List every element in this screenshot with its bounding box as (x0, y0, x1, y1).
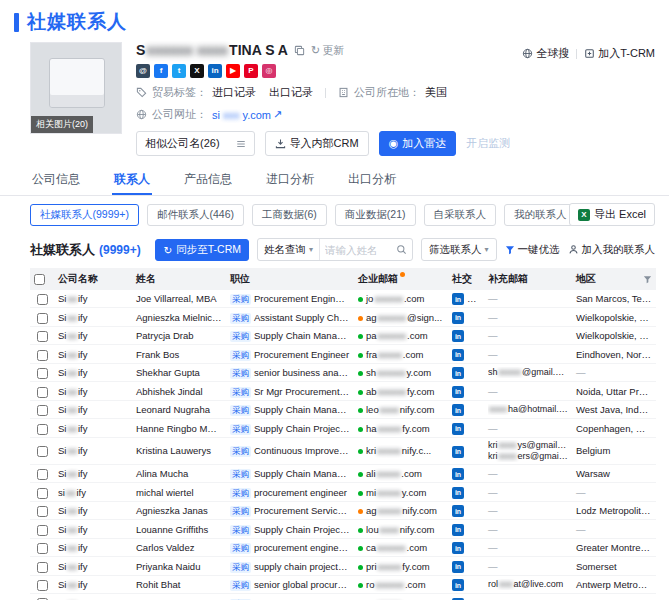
cell-checkbox (30, 290, 54, 308)
linkedin-icon[interactable]: in (452, 542, 464, 554)
cell-company: Sixxify (54, 345, 132, 363)
pill-email-contacts[interactable]: 邮件联系人(446) (147, 204, 244, 226)
x-icon[interactable]: X (190, 64, 204, 78)
filter-icon[interactable] (643, 275, 652, 284)
email-status-dot (358, 449, 363, 454)
tab-products[interactable]: 产品信息 (182, 165, 234, 195)
start-monitor-button[interactable]: 开启监测 (466, 136, 510, 151)
name-query-dropdown[interactable]: 姓名查询▾ (258, 239, 320, 260)
similar-companies-button[interactable]: 相似公司名(26) (136, 131, 255, 156)
cell-social: in (448, 575, 484, 593)
cell-title: 采购procurement engineer (226, 483, 354, 501)
pill-self-collected[interactable]: 自采联系人 (424, 204, 497, 226)
tab-import-analysis[interactable]: 进口分析 (264, 165, 316, 195)
row-checkbox[interactable] (37, 469, 48, 480)
youtube-icon[interactable]: ▶ (226, 64, 240, 78)
filter-contacts-dropdown[interactable]: 筛选联系人▾ (421, 238, 497, 261)
join-radar-button[interactable]: ◉ 加入雷达 (379, 131, 457, 156)
excel-icon: X (578, 209, 590, 221)
sync-tcrm-button[interactable]: ↻ 同步至T-CRM (155, 239, 249, 261)
linkedin-icon[interactable]: in (452, 349, 464, 361)
select-all-checkbox[interactable] (34, 274, 45, 285)
list-icon (236, 139, 246, 149)
twitter-icon[interactable]: t (172, 64, 186, 78)
tab-contacts[interactable]: 联系人 (112, 165, 152, 195)
row-checkbox[interactable] (37, 405, 48, 416)
copy-icon[interactable] (294, 45, 305, 56)
instagram-icon[interactable]: ◎ (262, 64, 276, 78)
cell-checkbox (30, 345, 54, 363)
linkedin-icon[interactable]: in (452, 330, 464, 342)
linkedin-icon[interactable]: in (452, 386, 464, 398)
email-icon[interactable]: @ (136, 64, 150, 78)
pill-social-contacts[interactable]: 社媒联系人(9999+) (30, 204, 139, 226)
cell-company: Sixxify (54, 594, 132, 600)
cell-email: paxxxxxx.com (354, 326, 448, 344)
one-click-select-button[interactable]: 一键优选 (505, 243, 560, 257)
purchase-tag: 采购 (230, 313, 251, 324)
tab-company-info[interactable]: 公司信息 (30, 165, 82, 195)
import-records-link[interactable]: 进口记录 (212, 85, 256, 100)
row-checkbox[interactable] (37, 424, 48, 435)
company-photo[interactable]: 相关图片(20) (30, 42, 122, 134)
global-search-button[interactable]: 全球搜 (522, 46, 569, 61)
refresh-button[interactable]: ↻更新 (311, 43, 344, 58)
contact-row: SixxifyCarlos Valdez采购procurement engine… (30, 538, 656, 556)
chevron-down-icon: ▾ (309, 245, 313, 254)
linkedin-icon[interactable]: in (452, 524, 464, 536)
company-website-link[interactable]: sixxxy.com↗ (212, 108, 282, 121)
cell-title: 采购Supply Chain Project Manager (226, 520, 354, 538)
row-checkbox[interactable] (37, 387, 48, 398)
row-checkbox[interactable] (37, 294, 48, 305)
linkedin-icon[interactable]: in (208, 64, 222, 78)
row-checkbox[interactable] (37, 313, 48, 324)
facebook-icon[interactable]: f (154, 64, 168, 78)
tab-export-analysis[interactable]: 出口分析 (346, 165, 398, 195)
linkedin-icon[interactable]: in (452, 423, 464, 435)
row-checkbox[interactable] (37, 543, 48, 554)
linkedin-icon[interactable]: in (452, 446, 464, 458)
import-crm-button[interactable]: 导入内部CRM (265, 131, 369, 156)
row-checkbox[interactable] (37, 562, 48, 573)
linkedin-icon[interactable]: in (452, 487, 464, 499)
linkedin-icon[interactable]: in (452, 367, 464, 379)
join-tcrm-button[interactable]: 加入T-CRM (584, 46, 655, 61)
linkedin-icon[interactable]: in (452, 468, 464, 480)
linkedin-icon[interactable]: in (452, 312, 464, 324)
linkedin-icon[interactable]: in (452, 561, 464, 573)
cell-extra-email: — (484, 382, 572, 400)
pill-registry-data[interactable]: 工商数据(6) (252, 204, 327, 226)
pinterest-icon[interactable]: P (244, 64, 258, 78)
cell-checkbox (30, 419, 54, 437)
website-label: 公司网址： (152, 107, 207, 122)
cell-title: 采购Procurement Engineer (226, 345, 354, 363)
export-records-link[interactable]: 出口记录 (269, 85, 313, 100)
name-search-input[interactable] (320, 244, 396, 256)
linkedin-icon[interactable]: in (452, 404, 464, 416)
cell-company: Sixxify (54, 308, 132, 326)
linkedin-icon[interactable]: in (452, 505, 464, 517)
search-icon[interactable] (396, 244, 407, 255)
add-my-contacts-button[interactable]: 加入我的联系人 (568, 243, 656, 257)
row-checkbox[interactable] (37, 368, 48, 379)
row-checkbox[interactable] (37, 580, 48, 591)
pill-my-contacts[interactable]: 我的联系人 (504, 204, 577, 226)
row-checkbox[interactable] (37, 506, 48, 517)
export-excel-button[interactable]: X 导出 Excel (569, 203, 655, 226)
email-status-dot (358, 528, 363, 533)
cell-email: prixxxxxfy.com (354, 557, 448, 575)
row-checkbox[interactable] (37, 446, 48, 457)
row-checkbox[interactable] (37, 350, 48, 361)
row-checkbox[interactable] (37, 525, 48, 536)
col-header-extra-email: 补充邮箱 (484, 268, 572, 290)
email-status-dot (358, 491, 363, 496)
pill-business-data[interactable]: 商业数据(21) (335, 204, 416, 226)
linkedin-icon[interactable]: in (452, 579, 464, 591)
row-checkbox[interactable] (37, 488, 48, 499)
linkedin-icon[interactable]: in (452, 293, 464, 305)
row-checkbox[interactable] (37, 331, 48, 342)
cell-title: 采购Supply Chain Manager – Finis... (226, 400, 354, 418)
cell-social: in (448, 501, 484, 519)
trade-label: 贸易标签： (152, 85, 207, 100)
cell-title: 采购Supply Chain Manager (226, 326, 354, 344)
